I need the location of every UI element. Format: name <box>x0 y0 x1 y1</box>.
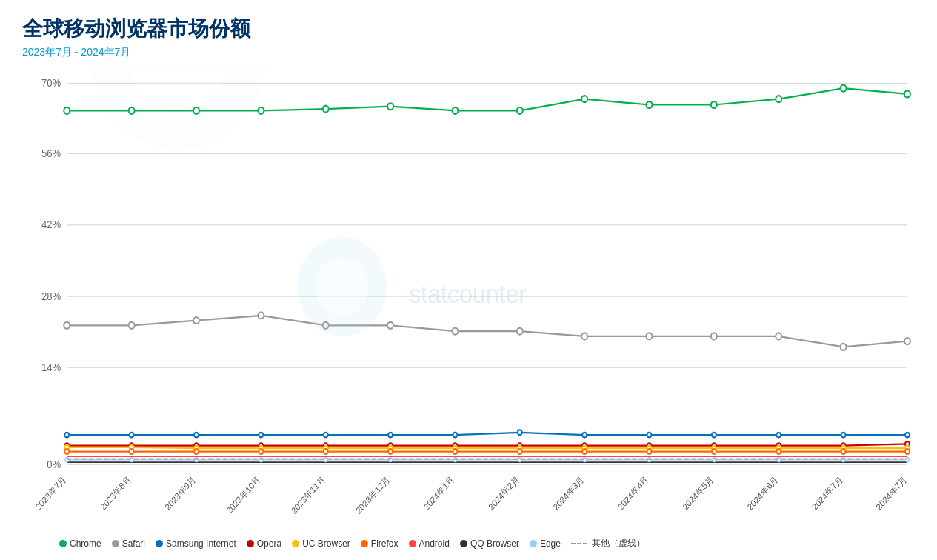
android-dot <box>409 540 416 547</box>
svg-point-18 <box>258 107 264 114</box>
svg-text:2023年11月: 2023年11月 <box>289 473 327 516</box>
safari-dot <box>112 540 119 547</box>
other-dash-icon <box>571 543 587 544</box>
svg-text:2023年12月: 2023年12月 <box>354 473 392 516</box>
legend-uc: UC Browser <box>292 539 350 549</box>
svg-point-47 <box>324 433 328 438</box>
svg-text:2024年3月: 2024年3月 <box>551 473 585 512</box>
svg-point-31 <box>193 317 199 324</box>
page-title: 全球移动浏览器市场份额 <box>22 15 915 43</box>
legend-edge: Edge <box>530 539 561 549</box>
svg-point-12 <box>89 67 267 150</box>
svg-point-93 <box>582 449 587 454</box>
svg-text:2023年8月: 2023年8月 <box>99 473 133 512</box>
legend-android-label: Android <box>419 539 450 549</box>
svg-point-39 <box>711 333 717 339</box>
svg-point-85 <box>64 449 69 454</box>
page-container: 全球移动浏览器市场份额 2023年7月 - 2024年7月 70% 56% 42 <box>0 0 937 560</box>
svg-point-96 <box>776 449 781 454</box>
legend-android: Android <box>409 539 450 549</box>
chart-area: 70% 56% 42% 28% 14% 0% statcounter <box>22 67 915 553</box>
svg-point-21 <box>452 107 458 114</box>
legend-other-label: 其他（虚线） <box>592 537 645 550</box>
legend-opera-label: Opera <box>257 539 281 549</box>
chrome-dot <box>59 540 67 547</box>
svg-text:2023年10月: 2023年10月 <box>224 473 262 516</box>
svg-point-94 <box>647 449 652 454</box>
svg-point-25 <box>711 101 717 108</box>
svg-text:70%: 70% <box>41 76 61 89</box>
svg-point-49 <box>453 433 457 438</box>
svg-point-20 <box>387 103 393 110</box>
svg-point-35 <box>452 328 458 335</box>
svg-point-22 <box>517 107 523 114</box>
svg-point-88 <box>259 449 263 454</box>
legend-other: 其他（虚线） <box>571 537 645 550</box>
svg-text:2024年5月: 2024年5月 <box>681 473 715 512</box>
svg-point-50 <box>518 430 522 435</box>
svg-point-36 <box>517 328 523 335</box>
legend-chrome: Chrome <box>59 539 101 549</box>
svg-point-48 <box>388 433 393 438</box>
svg-point-55 <box>841 433 846 438</box>
svg-point-38 <box>646 333 652 339</box>
svg-text:0%: 0% <box>47 458 61 470</box>
svg-point-56 <box>905 433 910 438</box>
svg-point-53 <box>712 433 716 438</box>
svg-point-112 <box>905 458 909 462</box>
chart-legend: Chrome Safari Samsung Internet Opera UC … <box>22 531 915 553</box>
svg-point-30 <box>129 322 135 329</box>
svg-point-29 <box>64 322 70 329</box>
page-subtitle: 2023年7月 - 2024年7月 <box>22 46 915 59</box>
svg-point-52 <box>647 433 652 438</box>
legend-safari: Safari <box>112 539 145 549</box>
opera-dot <box>247 540 254 547</box>
legend-firefox: Firefox <box>361 539 399 549</box>
svg-point-45 <box>194 433 199 438</box>
chart-wrapper: 70% 56% 42% 28% 14% 0% statcounter <box>22 67 915 531</box>
legend-firefox-label: Firefox <box>371 539 399 549</box>
firefox-dot <box>361 540 368 547</box>
svg-point-98 <box>905 449 910 454</box>
svg-point-26 <box>776 96 781 102</box>
svg-point-91 <box>453 449 457 454</box>
svg-text:2024年7月: 2024年7月 <box>874 473 908 512</box>
svg-point-23 <box>581 96 587 102</box>
svg-point-92 <box>518 449 522 454</box>
watermark-text: statcounter <box>409 279 527 308</box>
qq-dot <box>460 540 467 547</box>
svg-point-89 <box>324 449 328 454</box>
svg-point-42 <box>904 338 910 344</box>
svg-point-19 <box>323 106 329 113</box>
legend-edge-label: Edge <box>540 539 561 549</box>
svg-point-16 <box>129 107 135 114</box>
svg-text:2024年1月: 2024年1月 <box>421 473 456 512</box>
svg-point-54 <box>776 433 781 438</box>
svg-point-40 <box>776 333 781 339</box>
edge-dot <box>530 540 537 547</box>
svg-text:56%: 56% <box>41 147 61 159</box>
svg-point-15 <box>64 107 70 114</box>
samsung-dot <box>156 540 163 547</box>
svg-point-90 <box>388 449 393 454</box>
legend-chrome-label: Chrome <box>70 539 101 549</box>
svg-point-46 <box>259 433 263 438</box>
svg-point-44 <box>130 433 134 438</box>
svg-point-43 <box>64 433 69 438</box>
legend-safari-label: Safari <box>122 539 145 549</box>
svg-point-32 <box>258 312 264 319</box>
svg-text:14%: 14% <box>41 361 61 373</box>
svg-point-24 <box>646 101 652 108</box>
svg-text:2024年7月: 2024年7月 <box>810 473 844 512</box>
svg-point-28 <box>904 90 910 97</box>
legend-samsung: Samsung Internet <box>156 539 236 549</box>
chart-svg: 70% 56% 42% 28% 14% 0% statcounter <box>22 67 915 531</box>
svg-point-87 <box>194 449 199 454</box>
svg-point-95 <box>712 449 716 454</box>
legend-qq-label: QQ Browser <box>470 539 519 549</box>
svg-point-27 <box>841 85 847 92</box>
svg-point-103 <box>324 458 327 462</box>
uc-dot <box>292 540 299 547</box>
svg-text:42%: 42% <box>41 219 61 231</box>
svg-point-13 <box>127 67 231 108</box>
